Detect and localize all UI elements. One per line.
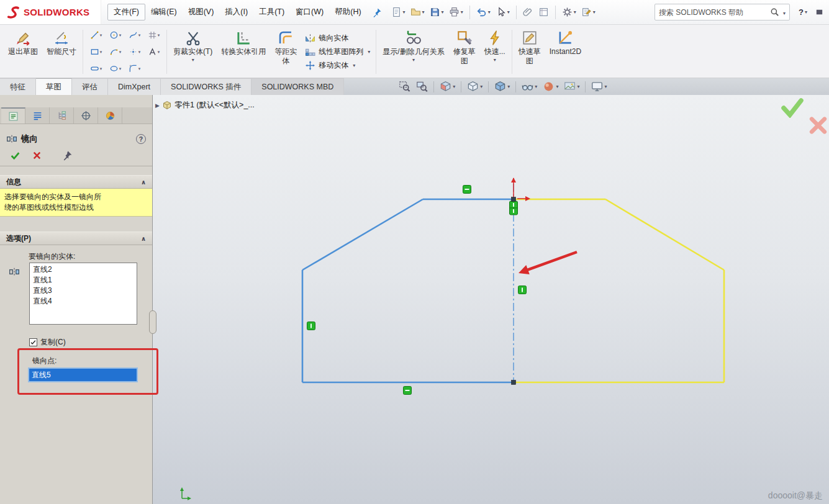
info-group-header[interactable]: 信息 ∧ — [0, 175, 152, 189]
select-button[interactable] — [494, 6, 512, 19]
tab-solidworks-addins[interactable]: SOLIDWORKS 插件 — [161, 78, 251, 95]
menu-view[interactable]: 视图(V) — [183, 4, 220, 20]
tab-property-manager[interactable] — [1, 107, 25, 124]
ok-button[interactable] — [10, 150, 20, 161]
move-entities-icon — [305, 60, 315, 71]
line-tool-button[interactable] — [86, 27, 106, 43]
edit-appearance-button[interactable] — [543, 81, 558, 92]
feature-tree-root[interactable]: ▶ 零件1 (默认<<默认>_... — [155, 100, 255, 110]
ellipse-tool-button[interactable] — [106, 60, 125, 77]
circle-icon — [109, 30, 119, 40]
app-logo: SOLIDWORKS — [0, 0, 101, 24]
zoom-fit-button[interactable] — [399, 81, 410, 92]
tree-expander-icon[interactable]: ▶ — [155, 102, 160, 109]
menu-help[interactable]: 帮助(H) — [329, 4, 366, 20]
sketch-canvas[interactable] — [153, 95, 829, 504]
copy-checkbox[interactable] — [29, 338, 37, 346]
mirror-entities-button[interactable]: 镜向实体 — [305, 33, 370, 43]
list-item[interactable]: 直线4 — [30, 296, 137, 307]
tab-dimxpert-manager[interactable] — [74, 107, 98, 124]
print-button[interactable] — [447, 6, 465, 19]
smart-dimension-button[interactable]: 智能尺寸 — [42, 26, 81, 78]
window-control-icon[interactable] — [815, 7, 824, 17]
pattern-tool-button[interactable] — [144, 27, 163, 43]
panel-splitter-handle[interactable] — [149, 310, 156, 334]
attach-button[interactable] — [521, 6, 535, 19]
options-group-header[interactable]: 选项(P) ∧ — [0, 232, 152, 245]
search-input[interactable] — [659, 8, 768, 17]
rapid-sketch-button[interactable]: 快速草 图 — [514, 26, 545, 78]
undo-button[interactable] — [474, 6, 492, 19]
search-icon[interactable] — [770, 7, 779, 17]
fillet-tool-button[interactable] — [125, 60, 144, 77]
menu-edit[interactable]: 编辑(E) — [145, 4, 183, 20]
tab-display-manager[interactable] — [98, 107, 122, 124]
point-tool-button[interactable] — [125, 43, 144, 60]
quick-snaps-button[interactable]: 快速... — [480, 26, 510, 78]
menu-insert[interactable]: 插入(I) — [219, 4, 253, 20]
open-button[interactable] — [409, 6, 427, 19]
help-button[interactable]: ? — [799, 7, 807, 17]
tab-dimxpert[interactable]: DimXpert — [108, 78, 161, 95]
keep-visible-pin-icon[interactable] — [62, 150, 73, 161]
mirror-point-input[interactable] — [28, 367, 138, 382]
sheet-button[interactable] — [537, 6, 551, 19]
pm-help-button[interactable]: ? — [136, 134, 146, 144]
property-manager-panel: 镜向 ? 信息 ∧ 选择要镜向的实体及一镜向所 绕的草图线或线性模型边线 选项(… — [0, 95, 153, 504]
circle-tool-button[interactable] — [106, 27, 125, 43]
appearance-icon — [543, 81, 555, 92]
apply-scene-button[interactable] — [564, 81, 579, 92]
move-entities-button[interactable]: 移动实体 — [305, 60, 370, 71]
convert-entities-button[interactable]: 转换实体引用 — [217, 26, 270, 78]
slot-tool-button[interactable] — [86, 60, 106, 77]
tab-solidworks-mbd[interactable]: SOLIDWORKS MBD — [251, 78, 344, 95]
copy-option[interactable]: 复制(C) — [29, 337, 152, 347]
view-settings-button[interactable] — [591, 81, 607, 92]
save-button[interactable] — [428, 6, 446, 19]
zoom-area-button[interactable] — [416, 81, 428, 92]
tab-evaluate[interactable]: 评估 — [72, 78, 108, 95]
rectangle-tool-button[interactable] — [86, 43, 106, 60]
hide-show-items-button[interactable] — [522, 81, 537, 92]
offset-entities-button[interactable]: 等距实 体 — [270, 26, 301, 78]
list-item[interactable]: 直线2 — [30, 264, 137, 275]
menu-window[interactable]: 窗口(W) — [290, 4, 329, 20]
display-relations-button[interactable]: 显示/删除几何关系 — [378, 26, 448, 78]
menu-tools[interactable]: 工具(T) — [253, 4, 290, 20]
confirm-ok-icon[interactable] — [781, 97, 804, 118]
display-style-icon — [494, 81, 506, 92]
pin-menu-icon[interactable] — [372, 7, 382, 17]
tab-features[interactable]: 特征 — [0, 78, 36, 95]
list-item[interactable]: 直线1 — [30, 275, 137, 286]
instant2d-button[interactable]: Instant2D — [545, 26, 586, 78]
repair-sketch-button[interactable]: 修复草 图 — [449, 26, 480, 78]
solidworks-logo-text: SOLIDWORKS — [24, 7, 89, 17]
linear-pattern-button[interactable]: 线性草图阵列 — [305, 47, 370, 57]
graphics-area[interactable]: ▶ 零件1 (默认<<默认>_... dooooit@暴走 — [153, 95, 829, 504]
rapid-sketch-icon — [522, 30, 538, 46]
tab-sketch[interactable]: 草图 — [36, 78, 72, 95]
arc-tool-button[interactable] — [106, 43, 125, 60]
view-orientation-button[interactable] — [467, 81, 482, 92]
cancel-button[interactable] — [32, 150, 42, 161]
search-dropdown-icon[interactable] — [782, 8, 786, 17]
menu-file[interactable]: 文件(F) — [107, 4, 145, 20]
trim-entities-button[interactable]: 剪裁实体(T) — [169, 26, 217, 78]
confirm-cancel-icon[interactable] — [808, 115, 828, 135]
spline-icon — [129, 30, 138, 40]
search-bar[interactable] — [655, 4, 790, 20]
display-style-button[interactable] — [494, 81, 510, 92]
entities-to-mirror-list[interactable]: 直线2 直线1 直线3 直线4 — [29, 263, 137, 325]
exit-sketch-button[interactable]: 退出草图 — [4, 26, 42, 78]
new-document-button[interactable] — [389, 6, 407, 19]
tab-feature-manager[interactable] — [25, 107, 50, 124]
gear-icon — [562, 7, 573, 17]
section-view-button[interactable] — [440, 81, 455, 92]
spline-tool-button[interactable] — [125, 27, 144, 43]
info-message: 选择要镜向的实体及一镜向所 绕的草图线或线性模型边线 — [0, 189, 152, 217]
options-button[interactable] — [560, 6, 578, 19]
tab-configuration-manager[interactable] — [50, 107, 74, 124]
list-item[interactable]: 直线3 — [30, 286, 137, 296]
text-tool-button[interactable] — [144, 43, 163, 60]
task-pane-button[interactable] — [579, 6, 597, 19]
